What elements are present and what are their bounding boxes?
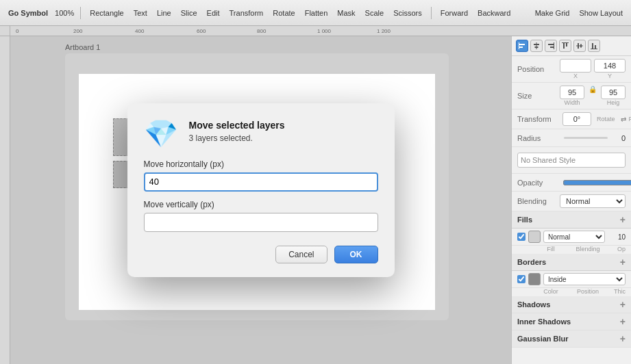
rotate-input[interactable] — [562, 112, 591, 126]
lock-icon[interactable]: 🔒 — [589, 86, 597, 106]
align-row — [512, 36, 631, 56]
tool-flatten[interactable]: Flatten — [302, 8, 331, 18]
tool-text[interactable]: Text — [131, 8, 150, 18]
vertical-input[interactable] — [144, 213, 378, 232]
blending-select[interactable]: Normal — [560, 194, 626, 208]
fill-row: Normal 10 — [512, 229, 631, 246]
horizontal-ruler: 0 200 400 600 800 1 000 1 200 — [10, 26, 631, 36]
position-y-input[interactable] — [594, 59, 626, 73]
fill-col-blending: Blending — [571, 246, 605, 252]
main-toolbar: Go Symbol 100% Rectangle Text Line Slice… — [0, 0, 631, 26]
ok-button[interactable]: OK — [334, 246, 378, 263]
tool-line[interactable]: Line — [154, 8, 174, 18]
ruler-mark-800: 800 — [257, 28, 266, 34]
tool-show-layout[interactable]: Show Layout — [576, 8, 626, 18]
tool-transform[interactable]: Transform — [227, 8, 267, 18]
border-enabled-checkbox[interactable] — [517, 275, 525, 283]
align-right-icon[interactable] — [545, 40, 557, 52]
right-panel: Position X Y Size Width 🔒 — [511, 36, 631, 364]
ruler-mark-400: 400 — [135, 28, 144, 34]
vertical-ruler — [0, 36, 10, 364]
position-y-group: Y — [594, 59, 626, 79]
shadows-section: Shadows + — [512, 296, 631, 313]
borders-add-button[interactable]: + — [620, 257, 626, 267]
fill-opacity-value: 10 — [608, 233, 626, 241]
align-top-icon[interactable] — [559, 40, 571, 52]
inner-shadows-add-button[interactable]: + — [620, 317, 626, 326]
canvas-area[interactable]: Artboard 1 ↖ 💎 Move selected layers 3 la… — [10, 36, 511, 364]
svg-rect-2 — [519, 42, 519, 49]
dialog-header: 💎 Move selected layers 3 layers selected… — [144, 120, 378, 147]
opacity-row: Opacity 10 — [512, 174, 631, 192]
fill-blend-select[interactable]: Normal — [543, 231, 605, 243]
svg-rect-7 — [550, 47, 554, 48]
size-wh: Width 🔒 Heig — [560, 86, 626, 106]
position-label: Position — [517, 65, 560, 73]
align-bottom-icon[interactable] — [588, 40, 600, 52]
tool-mask[interactable]: Mask — [334, 8, 358, 18]
vertical-field-label: Move vertically (px) — [144, 200, 378, 209]
fills-label: Fills — [517, 216, 532, 224]
position-y-label: Y — [594, 73, 626, 79]
position-xy: X Y — [560, 59, 626, 79]
tool-scale[interactable]: Scale — [362, 8, 387, 18]
opacity-label: Opacity — [517, 179, 560, 187]
fill-enabled-checkbox[interactable] — [517, 233, 525, 241]
border-col-position: Position — [571, 288, 605, 295]
tool-make-grid[interactable]: Make Grid — [532, 8, 573, 18]
toolbar-right: Make Grid Show Layout — [532, 8, 626, 18]
size-height-input[interactable] — [601, 86, 626, 99]
gaussian-blur-add-button[interactable]: + — [620, 334, 626, 343]
svg-rect-6 — [548, 44, 554, 45]
svg-rect-8 — [554, 42, 554, 49]
align-center-h-icon[interactable] — [530, 40, 543, 52]
dialog-title: Move selected layers — [189, 120, 285, 131]
svg-rect-10 — [566, 43, 567, 47]
app-name[interactable]: Go Symbol — [5, 8, 51, 18]
border-position-select[interactable]: Inside — [543, 273, 626, 285]
zoom-control[interactable]: 100% — [55, 9, 74, 17]
svg-rect-1 — [519, 47, 523, 48]
radius-slider[interactable] — [564, 137, 608, 139]
cancel-button[interactable]: Cancel — [275, 246, 327, 263]
tool-scissors[interactable]: Scissors — [391, 8, 425, 18]
inner-shadows-section: Inner Shadows + — [512, 313, 631, 330]
borders-section-header: Borders + — [512, 254, 631, 271]
tool-forward[interactable]: Forward — [438, 8, 471, 18]
fills-add-button[interactable]: + — [620, 215, 626, 224]
shadows-add-button[interactable]: + — [620, 300, 626, 309]
rotate-label: Rotate — [597, 116, 615, 122]
fills-section-header: Fills + — [512, 211, 631, 229]
svg-rect-17 — [591, 49, 597, 49]
position-x-label: X — [560, 73, 591, 79]
fill-color-swatch[interactable] — [528, 231, 541, 243]
transform-label: Transform — [517, 115, 560, 123]
shared-style-select[interactable]: No Shared Style — [517, 153, 626, 168]
tool-rectangle[interactable]: Rectangle — [87, 8, 127, 18]
size-width-input[interactable] — [560, 86, 584, 99]
svg-rect-11 — [562, 42, 569, 43]
position-x-input[interactable] — [560, 59, 591, 73]
align-left-icon[interactable] — [516, 40, 528, 52]
border-sublabels: Color Position Thic — [512, 288, 631, 296]
gem-icon: 💎 — [144, 120, 178, 147]
toolbar-separator-2 — [431, 7, 432, 19]
tool-slice[interactable]: Slice — [178, 8, 200, 18]
size-row: Size Width 🔒 Heig — [512, 83, 631, 109]
svg-rect-16 — [595, 45, 596, 49]
tool-rotate[interactable]: Rotate — [270, 8, 297, 18]
tool-edit[interactable]: Edit — [204, 8, 223, 18]
horizontal-input[interactable] — [144, 172, 378, 192]
svg-rect-15 — [592, 43, 593, 49]
ruler-row: 0 200 400 600 800 1 000 1 200 — [0, 26, 631, 36]
radius-value: 0 — [612, 134, 626, 142]
ruler-corner — [0, 26, 10, 36]
radius-label: Radius — [517, 134, 560, 142]
align-center-v-icon[interactable] — [573, 40, 586, 52]
tool-backward[interactable]: Backward — [475, 8, 513, 18]
zoom-value: 100% — [55, 9, 74, 17]
flip-icon[interactable]: ⇄ — [621, 116, 626, 123]
opacity-slider[interactable] — [562, 177, 631, 188]
position-x-group: X — [560, 59, 591, 79]
border-color-swatch[interactable] — [528, 273, 541, 285]
